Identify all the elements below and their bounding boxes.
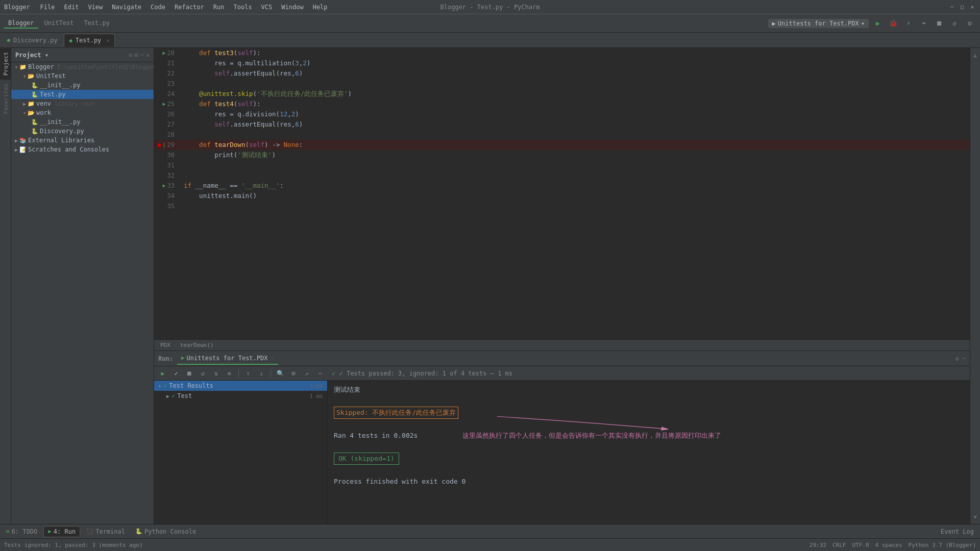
menu-vcs[interactable]: VCS: [259, 3, 275, 12]
run-arrow-25[interactable]: ▶: [163, 99, 166, 109]
test-item[interactable]: ▶ ✓ Test 1 ms: [154, 391, 327, 401]
menu-view[interactable]: View: [86, 3, 105, 12]
window-controls: ─ □ ✕: [948, 4, 976, 11]
minimize-button[interactable]: ─: [948, 4, 955, 11]
prev-button[interactable]: ↑: [242, 368, 254, 379]
venv-folder-icon: 📁: [28, 101, 35, 107]
menu-file[interactable]: File: [38, 3, 57, 12]
profile-button[interactable]: ⚡: [902, 17, 915, 30]
sort-alpha-button[interactable]: ⇅: [210, 368, 222, 379]
code-line-35: 35: [154, 201, 970, 211]
maximize-button[interactable]: □: [959, 4, 966, 11]
code-line-29: ● | 29 def tearDown(self) -> None:: [154, 140, 970, 150]
run-arrow-33[interactable]: ▶: [163, 181, 166, 191]
close-button[interactable]: ✕: [969, 4, 976, 11]
check-button[interactable]: ✓: [170, 368, 182, 379]
menu-edit[interactable]: Edit: [62, 3, 81, 12]
project-settings-icon[interactable]: ⚙: [129, 52, 132, 59]
tab-test-py[interactable]: ● Test.py ✕: [64, 34, 115, 47]
line-num-25: ▶ 25: [154, 99, 180, 109]
export-button[interactable]: ↗: [301, 368, 312, 379]
tab-test-label: Test.py: [76, 37, 102, 44]
menu-help[interactable]: Help: [311, 3, 330, 12]
tree-item-testpy[interactable]: 🐍 Test.py: [11, 90, 154, 99]
rerun-tests-button[interactable]: ▶: [157, 368, 168, 379]
tree-item-unittest[interactable]: ▾ 📂 UnitTest: [11, 71, 154, 81]
tree-item-venv[interactable]: ▶ 📁 venv library root: [11, 99, 154, 108]
ext-libs-icon: 📚: [19, 137, 27, 144]
todo-label: 6: TODO: [12, 528, 38, 535]
tab-discovery-py[interactable]: ● Discovery.py: [2, 34, 63, 47]
python-console-tab[interactable]: 🐍 Python Console: [131, 527, 200, 537]
todo-tab[interactable]: ≡ 6: TODO: [2, 527, 41, 537]
right-scroll-up[interactable]: ▲: [971, 51, 980, 59]
tree-item-blogger[interactable]: ▾ 📁 Blogger E:\untitled\untitled1\Blogge…: [11, 62, 154, 71]
code-content-25: def test4(self):: [180, 99, 261, 109]
test-results-item[interactable]: ▾ ✓ Test Results 1 ms: [154, 381, 327, 391]
menu-refactor[interactable]: Refactor: [173, 3, 206, 12]
project-vert-tab[interactable]: Project: [0, 48, 11, 80]
top-toolbar: Blogger UnitTest Test.py ▶ Unittests for…: [0, 14, 980, 33]
project-close-icon[interactable]: ✕: [146, 52, 150, 59]
tab-discovery-label: Discovery.py: [13, 37, 58, 44]
breakpoint-29[interactable]: ●: [157, 140, 161, 150]
output-line-blank-4: [334, 466, 964, 476]
run-tab-unittest[interactable]: ▶ Unittests for Test.PDX ✕: [177, 353, 278, 365]
search-button[interactable]: 🔍: [275, 368, 286, 379]
expand-button[interactable]: ⊞: [288, 368, 299, 379]
code-line-31: 31: [154, 160, 970, 170]
menu-navigate[interactable]: Navigate: [110, 3, 143, 12]
menu-window[interactable]: Window: [279, 3, 305, 12]
project-layout-icon[interactable]: ⊞: [134, 52, 138, 59]
tree-item-work[interactable]: ▾ 📂 work: [11, 108, 154, 117]
blogger-project-tab[interactable]: Blogger: [4, 18, 38, 29]
tab-test-close[interactable]: ✕: [106, 38, 109, 43]
menu-code[interactable]: Code: [149, 3, 167, 12]
stop-button[interactable]: ⏹: [933, 17, 945, 30]
tree-item-ext-libs[interactable]: ▶ 📚 External Libraries: [11, 136, 154, 145]
rerun-button[interactable]: ↺: [948, 17, 961, 30]
filter-button[interactable]: ≡: [224, 368, 235, 379]
run-tab-label: Unittests for Test.PDX: [187, 355, 268, 362]
menu-bar: File Edit View Navigate Code Refactor Ru…: [38, 3, 330, 12]
right-scroll-down[interactable]: ▼: [971, 513, 980, 521]
favorites-vert-tab[interactable]: Favorites: [0, 80, 11, 118]
tree-label-blogger: Blogger: [28, 63, 54, 70]
test-item-arrow: ▶: [166, 393, 169, 399]
python-console-label: Python Console: [144, 528, 196, 535]
tree-item-init-1[interactable]: 🐍 __init__.py: [11, 81, 154, 90]
coverage-button[interactable]: ☂: [918, 17, 930, 30]
tree-item-discoverypy[interactable]: 🐍 Discovery.py: [11, 127, 154, 136]
run-config-selector[interactable]: ▶ Unittests for Test.PDX ▾: [768, 19, 869, 28]
run-arrow-20[interactable]: ▶: [163, 48, 166, 58]
run-button[interactable]: ▶: [872, 17, 884, 30]
tree-item-init-2[interactable]: 🐍 __init__.py: [11, 117, 154, 127]
event-log-link[interactable]: Event Log: [941, 528, 978, 535]
rerun-failed-button[interactable]: ↺: [197, 368, 208, 379]
next-button[interactable]: ↓: [256, 368, 267, 379]
line-num-30: 30: [154, 150, 180, 160]
run-tab-close[interactable]: ✕: [271, 355, 274, 361]
debug-button[interactable]: 🐞: [887, 17, 899, 30]
line-num-29: ● | 29: [154, 140, 180, 150]
code-content-33: if __name__ == '__main__':: [180, 181, 284, 191]
terminal-tab[interactable]: ⬛ Terminal: [82, 527, 129, 537]
more-button[interactable]: ⋯: [314, 368, 326, 379]
run-bottom-tab[interactable]: ▶ 4: Run: [43, 526, 80, 537]
run-panel-settings-icon[interactable]: ⚙: [955, 355, 959, 362]
blogger-testpy-tab[interactable]: Test.py: [80, 18, 114, 29]
settings-button[interactable]: ⚙: [964, 17, 976, 30]
project-collapse-icon[interactable]: ─: [140, 52, 144, 59]
blogger-unittest-tab[interactable]: UnitTest: [40, 18, 78, 29]
status-message: Tests ignored: 1, passed: 3 (moments ago…: [4, 542, 143, 548]
menu-run[interactable]: Run: [211, 3, 227, 12]
stop-tests-button[interactable]: ⏹: [184, 368, 195, 379]
toolbar-sep-2: [271, 369, 271, 378]
run-panel-minimize-icon[interactable]: ─: [962, 355, 966, 362]
code-line-28: 28: [154, 130, 970, 140]
code-editor[interactable]: ▶ 20 def test3(self): 21 res = q.multili…: [154, 48, 970, 339]
menu-tools[interactable]: Tools: [231, 3, 254, 12]
tree-item-scratches[interactable]: ▶ 📝 Scratches and Consoles: [11, 145, 154, 154]
todo-icon: ≡: [6, 528, 10, 535]
work-folder-icon: 📂: [28, 110, 35, 116]
